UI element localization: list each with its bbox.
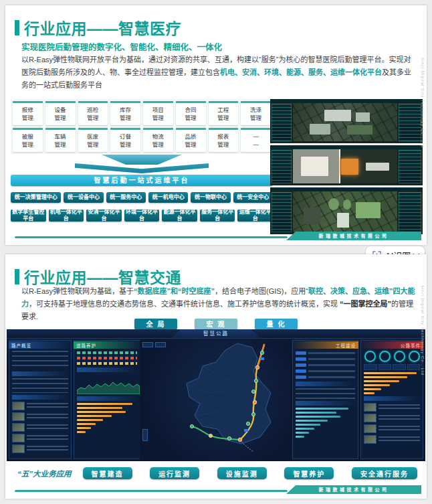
view-button-global: 全 局 (134, 319, 177, 329)
module-line2: 管理 (87, 114, 98, 122)
module-card: 医废 管理 (78, 128, 108, 152)
event-gauges (362, 351, 421, 362)
platform-button: 机电一体化平台 (49, 209, 84, 222)
module-card: 车辆 管理 (45, 128, 76, 152)
business-buttons: 智慧建造运行监测设施监测智慧养护安全通行服务 (83, 467, 418, 479)
dashboard-events-panel: 公路事件 (360, 340, 423, 459)
body-highlight: “数据底座”和“时空底座” (134, 287, 215, 295)
business-button: 安全通行服务 (352, 467, 417, 479)
module-line1: 被服 (22, 133, 33, 141)
slide1-title: 行业应用——智慧医疗 (24, 16, 181, 39)
module-line1: 订餐 (120, 133, 131, 141)
unified-center-button: 统一设备中心 (64, 192, 103, 203)
panel-title: 工程建设 (336, 342, 356, 349)
module-card: 巡检 管理 (78, 101, 108, 125)
module-line2: 管理 (22, 141, 33, 149)
module-card: 合同 管理 (176, 101, 206, 125)
dashboard-maintenance-panel: 道路养护 (74, 340, 140, 459)
hospital-dashboard-screenshot-2 (270, 145, 423, 185)
funnel-arrow (11, 155, 273, 173)
business-button: 智慧建造 (83, 467, 132, 479)
module-line2: 管理 (87, 141, 98, 149)
panel-title: 公路事件 (401, 342, 421, 349)
title-accent-bar (15, 269, 19, 284)
module-grid: 报修 管理 设备 管理 巡检 管理 库存 管理 (11, 99, 273, 154)
maintenance-bars (76, 403, 138, 433)
hospital-dashboard-screenshot-3 (270, 187, 423, 234)
slide1-subtitle: 实现医院后勤管理的数字化、智能化、精细化、一体化 (21, 40, 222, 53)
business-label: “五”大业务应用 (17, 468, 72, 479)
unified-center-button: 统一决策管理中心 (11, 192, 61, 203)
module-line1: — (253, 133, 259, 141)
module-line2: 管理 (250, 114, 261, 122)
page: 行业应用——智慧医疗 实现医院后勤管理的数字化、智能化、精细化、一体化 以R-E… (0, 0, 432, 504)
module-line2: 管理 (120, 141, 131, 149)
module-card: 报修 管理 (13, 101, 43, 125)
module-card: 洗涤 管理 (241, 101, 271, 125)
body-bold: “一图掌控全局” (340, 300, 391, 308)
platform-banner: 智慧后勤一站式运维平台 (11, 175, 273, 186)
slide2-title: 行业应用——智慧交通 (24, 265, 181, 288)
map-zoom-control (142, 429, 148, 441)
body-highlight: 机电、安消、环境、能源、服务、运维一体化平台 (220, 68, 382, 76)
hospital-dashboard-screenshot-1 (270, 99, 423, 143)
module-line1: 品质 (185, 133, 197, 141)
view-mode-buttons: 全 局 宏 观 量 化 (5, 319, 427, 329)
map-layer-chip (142, 342, 153, 347)
module-line1: 报表 (217, 133, 229, 141)
hospital-screenshots (270, 99, 423, 236)
module-line1: 医废 (87, 133, 98, 141)
module-card: 物流 管理 (143, 128, 173, 152)
module-line2: 管理 (152, 141, 164, 149)
module-card: 工程 管理 (209, 101, 239, 125)
panel-title: 路产概览 (11, 342, 31, 349)
slide-smart-healthcare: 行业应用——智慧医疗 实现医院后勤管理的数字化、智能化、精细化、一体化 以R-E… (5, 5, 427, 245)
module-line1: 物流 (152, 133, 164, 141)
unified-centers-row: 统一决策管理中心统一设备中心统一服务中心统一机电中心统一物联中心统一安全中心 (11, 192, 273, 203)
module-line1: 报修 (22, 106, 33, 114)
module-card: 设备 管理 (45, 101, 76, 125)
body-segment: 以R-Easy弹性物联网为基础，基于 (21, 287, 134, 295)
module-line1: 设备 (55, 106, 66, 114)
module-line2: 管理 (217, 114, 229, 122)
side-company-text: Sinri Digital City Technology Co., Ltd (421, 285, 425, 375)
body-segment: ，可支持基于地理信息的交通态势信息、交通事件统计信息、施工养护信息等的统计概览，… (29, 300, 340, 308)
module-line1: 库存 (120, 106, 131, 114)
module-card: 订餐 管理 (110, 128, 140, 152)
platform-button: 运维一体化平台 (237, 209, 273, 222)
slide-smart-transportation: 行业应用——智慧交通 以R-Easy弹性物联网为基础，基于“数据底座”和“时空底… (5, 254, 427, 499)
module-line1: 项目 (152, 106, 164, 114)
business-button: 运行监测 (150, 467, 199, 479)
business-button: 设施监测 (217, 467, 267, 479)
module-line2: 管理 (152, 114, 164, 122)
module-card: 被服 管理 (13, 128, 43, 152)
view-button-macro: 宏 观 (195, 319, 237, 329)
module-card: 报表 管理 (209, 128, 239, 152)
module-card: — — (241, 128, 271, 152)
module-line1: 车辆 (55, 133, 66, 141)
slide2-title-row: 行业应用——智慧交通 (15, 265, 181, 288)
company-name: 新瑞数城技术有限公司 (286, 485, 421, 494)
module-card: 项目 管理 (143, 101, 173, 125)
slide1-body: 以R-Easy弹性物联网开放平台为基础，通过对资源的共享、互通，构建以“服务”为… (21, 54, 417, 92)
module-line2: 管理 (22, 114, 33, 122)
platform-button: 环境一体化平台 (124, 209, 160, 222)
module-line2: 管理 (55, 141, 66, 149)
module-line2: 管理 (217, 141, 229, 149)
company-name: 新瑞数城技术有限公司 (286, 232, 421, 240)
slide1-title-row: 行业应用——智慧医疗 (15, 16, 181, 39)
platform-button: 能源一体化平台 (162, 209, 197, 222)
map-layer-chip (155, 342, 166, 347)
slide2-body: 以R-Easy弹性物联网为基础，基于“数据底座”和“时空底座”，结合电子地图(G… (21, 285, 419, 323)
traffic-area-chart (77, 374, 140, 394)
module-line2: — (253, 141, 259, 149)
business-applications-row: “五”大业务应用 智慧建造运行监测设施监测智慧养护安全通行服务 (17, 467, 417, 479)
module-line2: 管理 (55, 114, 66, 122)
business-button: 智慧养护 (284, 467, 334, 479)
platform-button: 数字孪生管控平台 (11, 209, 46, 222)
smart-highway-dashboard-screenshot: 智慧公路 路产概览 道路养护 (7, 329, 425, 461)
healthcare-architecture: 报修 管理 设备 管理 巡检 管理 库存 管理 (11, 99, 273, 222)
module-line2: 管理 (120, 114, 131, 122)
unified-center-button: 统一服务中心 (106, 192, 146, 203)
platforms-row: 数字孪生管控平台机电一体化平台安消一体化平台环境一体化平台能源一体化平台服务一体… (11, 209, 273, 222)
